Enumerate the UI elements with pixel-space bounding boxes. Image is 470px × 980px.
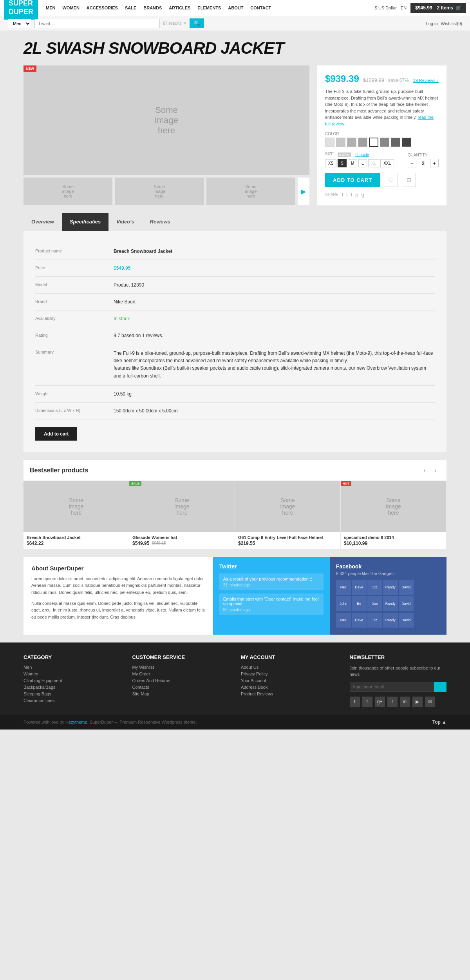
spec-add-to-cart-button[interactable]: Add to cart	[35, 427, 77, 441]
bestsellers-next[interactable]: ›	[431, 466, 440, 475]
qty-increase[interactable]: +	[430, 159, 439, 167]
thumb-3[interactable]: Someimagehere	[206, 178, 295, 205]
thumb-next-arrow[interactable]: ▶	[298, 178, 309, 205]
read-more-link[interactable]: read the full review	[325, 115, 434, 126]
nav-link-brands[interactable]: BRANDS	[143, 5, 162, 10]
bs-price-4: $10,110.99	[341, 541, 446, 549]
product-images: NEW Some image here Someimagehere Someim…	[24, 65, 309, 205]
nav-link-elements[interactable]: ELEMENTS	[197, 5, 221, 10]
search-category-select[interactable]: Men	[8, 19, 31, 28]
search-input[interactable]	[34, 19, 160, 28]
logo-line1: SUPER	[9, 0, 33, 8]
color-swatch-5[interactable]	[369, 138, 378, 147]
size-l[interactable]: L	[358, 159, 367, 167]
bs-name-2: Glissade Womens hat	[129, 532, 235, 541]
footer-link-privacy[interactable]: Privacy Policy	[241, 671, 338, 676]
nav-link-men[interactable]: MEN	[46, 5, 55, 10]
spec-value-name: Breach Snowboard Jacket	[114, 249, 435, 254]
facebook-share-icon[interactable]: f	[342, 192, 343, 198]
current-price: $939.39	[325, 73, 359, 84]
footer-link-sitemap[interactable]: Site Map	[132, 691, 230, 696]
size-m[interactable]: M	[348, 159, 357, 167]
footer-link-returns[interactable]: Orders And Returns	[132, 678, 230, 683]
gplus-share-icon[interactable]: g	[362, 192, 364, 198]
spec-row-name: Product name Breach Snowboard Jacket	[35, 243, 435, 260]
back-to-top-button[interactable]: Top ▲	[432, 719, 446, 725]
nav-link-about[interactable]: ABOUT	[228, 5, 243, 10]
footer-link-reviews[interactable]: Product Reviews	[241, 691, 338, 696]
tweet-time-2: 50 minutes ago	[223, 608, 320, 612]
color-swatch-2[interactable]	[336, 138, 345, 147]
footer-link-contacts[interactable]: Contacts	[132, 685, 230, 690]
fit-guide-link[interactable]: fit guide	[355, 152, 369, 157]
tab-videos[interactable]: Video's	[108, 213, 142, 231]
nav-link-women[interactable]: WOMEN	[62, 5, 79, 10]
fb-avatar: Ed	[352, 596, 367, 611]
social-tumblr-icon[interactable]: t	[387, 697, 398, 707]
thumb-2[interactable]: Someimagehere	[115, 178, 204, 205]
color-swatch-6[interactable]	[380, 138, 389, 147]
footer-link-account[interactable]: Your Account	[241, 678, 338, 683]
color-swatch-1[interactable]	[325, 138, 334, 147]
color-swatch-7[interactable]	[391, 138, 400, 147]
qty-decrease[interactable]: −	[408, 159, 416, 167]
social-email-icon[interactable]: ✉	[425, 697, 435, 707]
footer-link-climbing[interactable]: Climbing Equipment	[24, 678, 121, 683]
nav-link-contact[interactable]: CONTACT	[250, 5, 271, 10]
tumblr-share-icon[interactable]: t	[351, 192, 352, 198]
reviews-link[interactable]: 19 Reviews ↓	[413, 78, 439, 83]
footer-bottom: Powered with love by Hezytheme. SuperDup…	[0, 715, 470, 730]
search-button[interactable]: 🔍	[190, 18, 204, 28]
about-para1: Lorem ipsum dolor sit amet, consectetur …	[31, 575, 205, 596]
lang-selector[interactable]: EN	[401, 5, 407, 10]
bs-image-4: HOT Someimagehere	[341, 481, 446, 532]
footer-link-wishlist[interactable]: My Wishlist	[132, 665, 230, 670]
size-xs[interactable]: XS	[325, 159, 336, 167]
footer-link-women[interactable]: Women	[24, 671, 121, 676]
cart-button[interactable]: $945.99 2 Items 🛒	[410, 3, 466, 13]
color-swatch-8[interactable]	[402, 138, 411, 147]
color-swatch-4[interactable]	[358, 138, 367, 147]
nav-link-articles[interactable]: ARTICLES	[169, 5, 190, 10]
footer-link-order[interactable]: My Order	[132, 671, 230, 676]
nav-link-sale[interactable]: SALE	[125, 5, 136, 10]
spec-label-price: Price	[35, 265, 114, 271]
bs-image-1: Someimagehere	[24, 481, 129, 532]
bestsellers-prev[interactable]: ‹	[420, 466, 429, 475]
bs-product-3: Someimagehere G61 Comp II Entry Level Fu…	[235, 481, 341, 549]
compare-button[interactable]: ⊟	[402, 173, 416, 187]
pinterest-share-icon[interactable]: p	[355, 192, 358, 198]
thumb-1[interactable]: Someimagehere	[24, 178, 112, 205]
size-xxl[interactable]: XXL	[380, 159, 394, 167]
tab-reviews[interactable]: Reviews	[142, 213, 178, 231]
social-gplus-icon[interactable]: g+	[375, 697, 385, 707]
nav-link-accessories[interactable]: ACCESSORIES	[87, 5, 118, 10]
wishlist-link[interactable]: Wish list(0)	[441, 21, 462, 26]
footer-link-backpacks[interactable]: Backpacks/Bags	[24, 685, 121, 690]
tab-overview[interactable]: Overview	[24, 213, 62, 231]
footer-link-sleeping[interactable]: Sleeping Bags	[24, 691, 121, 696]
newsletter-input[interactable]	[350, 682, 434, 692]
footer-link-clearance[interactable]: Clearance Lines	[24, 698, 121, 703]
currency-selector[interactable]: $ US Dollar	[375, 5, 397, 10]
hezytheme-link[interactable]: Hezytheme	[65, 720, 87, 724]
add-to-cart-button[interactable]: ADD TO CART	[325, 173, 380, 187]
login-link[interactable]: Log in	[426, 21, 438, 26]
logo[interactable]: SUPER DUPER	[4, 0, 38, 20]
bs-price-3: $219.55	[235, 541, 340, 549]
size-s[interactable]: S	[338, 159, 347, 167]
color-swatch-3[interactable]	[347, 138, 356, 147]
social-linkedin-icon[interactable]: in	[400, 697, 410, 707]
fb-avatar: Dan	[367, 596, 382, 611]
footer-link-men[interactable]: Men	[24, 665, 121, 670]
newsletter-submit[interactable]: →	[434, 682, 446, 692]
wishlist-icon-button[interactable]: ♡	[384, 173, 398, 187]
social-facebook-icon[interactable]: f	[350, 697, 360, 707]
social-twitter-icon[interactable]: t	[362, 697, 372, 707]
social-youtube-icon[interactable]: ▶	[412, 697, 423, 707]
twitter-share-icon[interactable]: t	[346, 192, 348, 198]
footer-link-address[interactable]: Address Book	[241, 685, 338, 690]
tab-specificaties[interactable]: Specificaties	[62, 213, 109, 231]
footer-link-about[interactable]: About Us	[241, 665, 338, 670]
size-xl[interactable]: XL	[368, 159, 379, 167]
